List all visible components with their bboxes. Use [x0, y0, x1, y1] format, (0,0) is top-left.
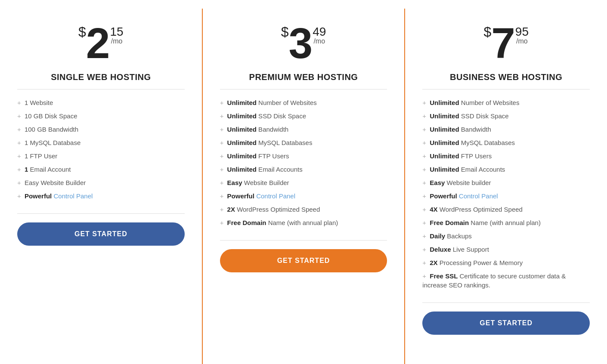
feature-plus: + [17, 179, 23, 186]
feature-item: + 1 MySQL Database [17, 138, 185, 147]
feature-text: Website Builder [242, 179, 289, 186]
feature-plus: + [220, 192, 226, 200]
feature-bold: Unlimited [227, 152, 257, 160]
feature-text: Email Accounts [459, 166, 505, 173]
feature-item: + 1 FTP User [17, 151, 185, 160]
plan-name-business: BUSINESS WEB HOSTING [422, 72, 590, 82]
feature-plus: + [422, 126, 428, 133]
feature-plus: + [220, 219, 226, 226]
feature-plus: + [17, 166, 23, 173]
feature-bold: Deluxe [430, 246, 451, 253]
feature-plus: + [422, 179, 428, 186]
pricing-container: $215/moSINGLE WEB HOSTING+ 1 Website+ 10… [0, 9, 607, 364]
feature-bold: Powerful [430, 192, 457, 200]
feature-item: + Powerful Control Panel [422, 191, 590, 201]
feature-bold: 2X [227, 206, 235, 213]
feature-bold: Powerful [227, 192, 254, 200]
feature-text: 100 GB Bandwidth [25, 126, 78, 133]
get-started-button-business[interactable]: GET STARTED [422, 312, 590, 335]
feature-bold: Daily [430, 232, 445, 240]
price-display-business: $795/mo [422, 22, 590, 65]
feature-plus: + [422, 99, 428, 106]
feature-plus: + [17, 152, 23, 160]
feature-text: MySQL Databases [257, 139, 313, 146]
price-display-premium: $349/mo [220, 22, 387, 65]
feature-text: Name (with annual plan) [266, 219, 338, 226]
feature-plus: + [422, 272, 428, 280]
features-list-business: + Unlimited Number of Websites+ Unlimite… [422, 98, 590, 290]
divider-bottom-premium [220, 240, 387, 241]
feature-item: + Daily Backups [422, 231, 590, 241]
feature-item: + Free Domain Name (with annual plan) [220, 218, 387, 227]
feature-item: + Unlimited SSD Disk Space [220, 111, 387, 120]
feature-plus: + [17, 112, 23, 120]
feature-text: Bandwidth [257, 126, 288, 133]
plan-name-single: SINGLE WEB HOSTING [17, 72, 185, 82]
feature-item: + Unlimited Bandwidth [422, 125, 590, 134]
feature-item: + 2X Processing Power & Memory [422, 258, 590, 267]
feature-item: + Unlimited Bandwidth [220, 125, 387, 134]
feature-item: + 100 GB Bandwidth [17, 125, 185, 134]
feature-item: + Powerful Control Panel [17, 191, 185, 201]
feature-item: + 2X WordPress Optimized Speed [220, 205, 387, 214]
feature-plus: + [220, 166, 226, 173]
price-cents-premium: 49 [313, 26, 326, 38]
feature-bold: Unlimited [227, 126, 257, 133]
feature-plus: + [220, 112, 226, 120]
feature-bold: Powerful [25, 192, 52, 200]
feature-text: Backups [445, 232, 472, 240]
feature-bold: Unlimited [227, 166, 257, 173]
feature-plus: + [17, 192, 23, 200]
price-cents-mo-premium: 49/mo [313, 22, 326, 45]
feature-highlight: Control Panel [459, 192, 498, 200]
price-display-single: $215/mo [17, 22, 185, 65]
price-mo-business: /mo [515, 38, 529, 45]
feature-text: 1 Website [25, 99, 53, 106]
feature-item: + Easy Website builder [422, 178, 590, 187]
price-cents-single: 15 [110, 26, 123, 38]
feature-plus: + [220, 126, 226, 133]
divider-bottom-single [17, 213, 185, 214]
price-dollar-single: $ [78, 25, 86, 39]
feature-plus: + [422, 232, 428, 240]
feature-plus: + [422, 259, 428, 266]
price-number-single: 2 [86, 22, 110, 65]
feature-plus: + [422, 112, 428, 120]
feature-text: Number of Websites [459, 99, 520, 106]
features-list-single: + 1 Website+ 10 GB Disk Space+ 100 GB Ba… [17, 98, 185, 201]
feature-bold: Free SSL [430, 272, 458, 280]
divider-top-premium [220, 89, 387, 89]
feature-bold: Free Domain [227, 219, 266, 226]
feature-text: WordPress Optimized Speed [438, 206, 523, 213]
feature-plus: + [422, 192, 428, 200]
feature-bold: Easy [430, 179, 445, 186]
feature-bold: Unlimited [227, 99, 257, 106]
divider-top-single [17, 89, 185, 89]
feature-item: + Powerful Control Panel [220, 191, 387, 201]
price-number-premium: 3 [289, 22, 313, 65]
price-cents-business: 95 [515, 26, 529, 38]
divider-top-business [422, 89, 590, 89]
feature-plus: + [422, 139, 428, 146]
feature-bold: Unlimited [430, 166, 459, 173]
get-started-button-premium[interactable]: GET STARTED [220, 249, 387, 272]
plan-premium: $349/moPREMIUM WEB HOSTING+ Unlimited Nu… [203, 9, 406, 364]
feature-plus: + [17, 126, 23, 133]
feature-text: Website builder [445, 179, 491, 186]
feature-bold: Unlimited [430, 139, 459, 146]
feature-text: Processing Power & Memory [438, 259, 523, 266]
feature-bold: Unlimited [430, 99, 459, 106]
feature-text: 1 MySQL Database [25, 139, 81, 146]
divider-bottom-business [422, 302, 590, 303]
feature-item: + Unlimited SSD Disk Space [422, 111, 590, 120]
feature-item: + Unlimited Email Accounts [422, 165, 590, 174]
feature-plus: + [17, 99, 23, 106]
price-cents-mo-single: 15/mo [110, 22, 123, 45]
feature-plus: + [422, 166, 428, 173]
get-started-button-single[interactable]: GET STARTED [17, 222, 185, 246]
feature-item: + Unlimited Number of Websites [422, 98, 590, 107]
feature-plus: + [220, 206, 226, 213]
feature-highlight: Control Panel [256, 192, 295, 200]
feature-item: + Free Domain Name (with annual plan) [422, 218, 590, 227]
feature-item: + Free SSL Certificate to secure custome… [422, 271, 590, 290]
